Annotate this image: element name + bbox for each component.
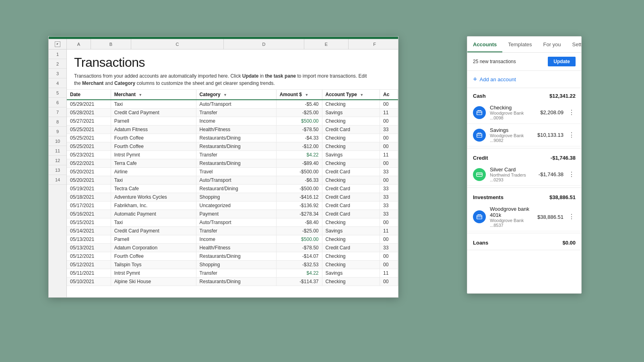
section-header: Credit -$1,746.38 [467,150,581,163]
section-name: Credit [473,155,488,161]
cell-category[interactable]: Shopping [196,261,276,269]
cell-ac: 00 [380,278,398,286]
cell-amount: $4.22 [276,269,322,278]
section-divider [467,250,581,250]
cell-category[interactable]: Transfer [196,109,276,117]
row-3: 3 [49,69,66,78]
cell-merchant[interactable]: Tailspin Toys [111,261,196,269]
section-divider [467,187,581,188]
cell-category[interactable]: Health/Fitness [196,125,276,134]
cell-merchant[interactable]: Adatum Corporation [111,244,196,252]
th-category[interactable]: Category ▼ [196,90,276,100]
cell-merchant[interactable]: Taxi [111,218,196,227]
cell-category[interactable]: Income [196,235,276,244]
cell-category[interactable]: Income [196,117,276,125]
account-item: Savings Woodgrove Bank ...9082 $10,133.1… [467,124,581,146]
cell-merchant[interactable]: Adventure Works Cycles [111,193,196,202]
cell-merchant[interactable]: Terra Cafe [111,159,196,168]
cell-category[interactable]: Restaurant/Dining [196,185,276,193]
cell-category[interactable]: Transfer [196,151,276,159]
cell-category[interactable]: Health/Fitness [196,244,276,252]
transactions-table: Date Merchant ▼ Category ▼ Amount $ ▼ Ac… [67,90,398,286]
cell-account-type: Checking [322,235,380,244]
col-header-e[interactable]: E [304,39,349,49]
cell-category[interactable]: Restaurants/Dining [196,278,276,286]
account-details: Savings Woodgrove Bank ...9082 [490,127,533,143]
row-4: 4 [49,78,66,88]
cell-merchant[interactable]: Fabrikham, Inc. [111,202,196,210]
col-header-f[interactable]: F [349,39,398,49]
cell-merchant[interactable]: Credit Card Payment [111,227,196,235]
tab-for-you[interactable]: For you [537,37,566,52]
cell-category[interactable]: Uncategorized [196,202,276,210]
cell-ac: 00 [380,134,398,142]
cell-merchant[interactable]: Fourth Coffee [111,252,196,261]
cell-category[interactable]: Transfer [196,269,276,278]
cell-category[interactable]: Restaurants/Dining [196,252,276,261]
row-10: 10 [49,136,66,146]
cell-merchant[interactable]: Taxi [111,100,196,109]
account-more-button[interactable]: ⋮ [568,171,576,178]
cell-date: 05/16/2021 [67,210,111,218]
col-header-c[interactable]: C [131,39,224,49]
table-row: 05/28/2021 Credit Card Payment Transfer … [67,109,398,117]
section-total: $12,341.22 [549,93,576,99]
cell-merchant[interactable]: Intrst Pymnt [111,269,196,278]
cell-ac: 11 [380,151,398,159]
th-amount[interactable]: Amount $ ▼ [276,90,322,100]
cell-merchant[interactable]: Taxi [111,176,196,185]
cell-merchant[interactable]: Parnell [111,117,196,125]
cell-merchant[interactable]: Alpine Ski House [111,278,196,286]
cell-amount: -$78.50 [276,244,322,252]
cell-category[interactable]: Shopping [196,193,276,202]
cell-date: 05/15/2021 [67,218,111,227]
cell-category[interactable]: Auto/Transport [196,218,276,227]
cell-category[interactable]: Auto/Transport [196,176,276,185]
th-account-type[interactable]: Account Type ▼ [322,90,380,100]
cell-amount: -$500.00 [276,168,322,176]
cell-category[interactable]: Payment [196,210,276,218]
cell-ac: 00 [380,218,398,227]
cell-category[interactable]: Travel [196,168,276,176]
cell-category[interactable]: Restaurants/Dining [196,134,276,142]
tab-templates[interactable]: Templates [502,37,537,52]
update-bar: 25 new transactions Update [467,53,581,71]
row-8: 8 [49,117,66,127]
cell-account-type: Checking [322,159,380,168]
col-header-a[interactable]: A [67,39,91,49]
cell-merchant[interactable]: Adatum Fitness [111,125,196,134]
cell-merchant[interactable]: Intrst Pymnt [111,151,196,159]
col-header-b[interactable]: B [91,39,131,49]
account-more-button[interactable]: ⋮ [568,132,576,138]
update-button[interactable]: Update [548,57,576,66]
th-merchant[interactable]: Merchant ▼ [111,90,196,100]
tab-accounts[interactable]: Accounts [467,37,502,52]
cell-date: 05/12/2021 [67,252,111,261]
cell-merchant[interactable]: Automatic Payment [111,210,196,218]
cell-merchant[interactable]: Parnell [111,235,196,244]
cell-merchant[interactable]: Fourth Coffee [111,142,196,151]
col-header-d[interactable]: D [224,39,304,49]
table-row: 05/25/2021 Fourth Coffee Restaurants/Din… [67,142,398,151]
cell-merchant[interactable]: Credit Card Payment [111,109,196,117]
account-more-button[interactable]: ⋮ [568,109,576,116]
cell-category[interactable]: Restaurants/Dining [196,159,276,168]
cell-merchant[interactable]: Tectra Cafe [111,185,196,193]
cell-amount: -$278.34 [276,210,322,218]
tab-settings[interactable]: Settings [567,37,582,52]
cell-category[interactable]: Restaurants/Dining [196,142,276,151]
column-headers: A B C D E F G [67,39,398,49]
cell-merchant[interactable]: Fourth Coffee [111,134,196,142]
row-11: 11 [49,146,66,156]
cell-amount: -$8.40 [276,218,322,227]
add-account-link[interactable]: + Add an account [467,71,581,88]
cell-date: 05/13/2021 [67,235,111,244]
account-more-button[interactable]: ⋮ [568,214,576,220]
cell-category[interactable]: Transfer [196,227,276,235]
cell-category[interactable]: Auto/Transport [196,100,276,109]
th-date[interactable]: Date [67,90,111,100]
cell-ac: 11 [380,269,398,278]
task-pane-body: 25 new transactions Update + Add an acco… [467,53,581,293]
account-name: Woodgrove bank 401k [490,206,533,218]
cell-merchant[interactable]: Airline [111,168,196,176]
